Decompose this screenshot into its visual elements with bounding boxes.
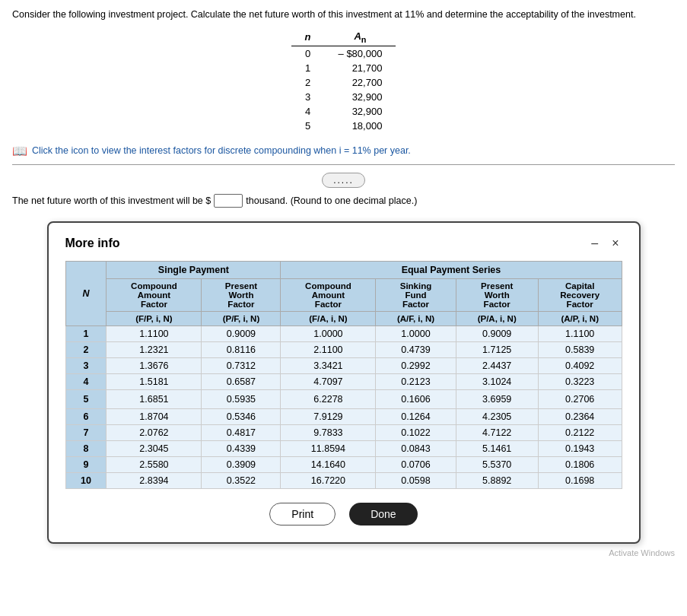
nfw-input[interactable] <box>214 194 243 208</box>
investment-row: 432,900 <box>291 104 396 119</box>
col-fa-label: CompoundAmountFactor <box>281 278 376 311</box>
cell-pa: 5.8892 <box>456 472 538 488</box>
investment-row: 121,700 <box>291 61 396 75</box>
cell-fa: 2.1100 <box>281 341 376 357</box>
cell-ap: 0.2122 <box>538 424 622 440</box>
col-af-sub: (A/F, i, N) <box>376 311 456 325</box>
cell-fp: 1.3676 <box>107 357 202 373</box>
cell-n: 8 <box>65 440 107 456</box>
col-af-label: SinkingFundFactor <box>376 278 456 311</box>
inv-a: 32,900 <box>325 90 396 104</box>
cell-af: 0.2123 <box>376 373 456 389</box>
investment-table-wrap: n An 0– $80,000121,700222,700332,900432,… <box>12 29 675 133</box>
cell-pa: 3.1024 <box>456 373 538 389</box>
cell-af: 0.1022 <box>376 424 456 440</box>
equal-payment-header: Equal Payment Series <box>281 261 622 278</box>
cell-ap: 0.5839 <box>538 341 622 357</box>
cell-n: 7 <box>65 424 107 440</box>
col-pf-sub: (P/F, i, N) <box>202 311 281 325</box>
inv-a: 22,700 <box>325 75 396 90</box>
cell-af: 0.1264 <box>376 408 456 424</box>
cell-n: 3 <box>65 357 107 373</box>
table-row: 6 1.8704 0.5346 7.9129 0.1264 4.2305 0.2… <box>65 408 622 424</box>
modal-overlay: More info – × N Single Payment Equal Pay… <box>47 221 641 544</box>
cell-n: 10 <box>65 472 107 488</box>
table-row: 9 2.5580 0.3909 14.1640 0.0706 5.5370 0.… <box>65 456 622 472</box>
col-n-header: N <box>65 261 107 325</box>
table-row: 7 2.0762 0.4817 9.7833 0.1022 4.7122 0.2… <box>65 424 622 440</box>
col-pa-sub: (P/A, i, N) <box>456 311 538 325</box>
cell-fa: 4.7097 <box>281 373 376 389</box>
cell-ap: 0.2364 <box>538 408 622 424</box>
inv-n: 4 <box>291 104 325 119</box>
table-row: 10 2.8394 0.3522 16.7220 0.0598 5.8892 0… <box>65 472 622 488</box>
col-ap-sub: (A/P, i, N) <box>538 311 622 325</box>
modal-box: More info – × N Single Payment Equal Pay… <box>47 221 641 544</box>
table-row: 8 2.3045 0.4339 11.8594 0.0843 5.1461 0.… <box>65 440 622 456</box>
col-fa-sub: (F/A, i, N) <box>281 311 376 325</box>
cell-pa: 4.7122 <box>456 424 538 440</box>
cell-pf: 0.7312 <box>202 357 281 373</box>
cell-pf: 0.3522 <box>202 472 281 488</box>
cell-pa: 0.9009 <box>456 325 538 341</box>
print-button[interactable]: Print <box>269 503 336 526</box>
intro-text: Consider the following investment projec… <box>12 9 675 20</box>
dots-row[interactable]: ..... <box>12 173 675 188</box>
click-icon-row: 📖 Click the icon to view the interest fa… <box>12 144 675 158</box>
book-icon: 📖 <box>12 144 27 158</box>
cell-pa: 4.2305 <box>456 408 538 424</box>
modal-actions: Print Done <box>65 503 622 526</box>
nfw-text-after: thousand. (Round to one decimal place.) <box>246 195 417 206</box>
cell-fp: 1.2321 <box>107 341 202 357</box>
modal-title: More info <box>65 237 120 250</box>
inv-n: 2 <box>291 75 325 90</box>
col-pf-label: PresentWorthFactor <box>202 278 281 311</box>
cell-fp: 2.5580 <box>107 456 202 472</box>
cell-fa: 11.8594 <box>281 440 376 456</box>
modal-titlebar: More info – × <box>65 237 622 250</box>
cell-af: 0.0843 <box>376 440 456 456</box>
table-row: 5 1.6851 0.5935 6.2278 0.1606 3.6959 0.2… <box>65 389 622 408</box>
minimize-button[interactable]: – <box>588 237 601 250</box>
cell-ap: 0.2706 <box>538 389 622 408</box>
click-icon-text: Click the icon to view the interest fact… <box>32 145 411 156</box>
col-subheader-row2: (F/P, i, N) (P/F, i, N) (F/A, i, N) (A/F… <box>65 311 622 325</box>
cell-n: 2 <box>65 341 107 357</box>
inv-n: 5 <box>291 119 325 133</box>
done-button[interactable]: Done <box>349 503 417 526</box>
investment-row: 332,900 <box>291 90 396 104</box>
section-header-row: N Single Payment Equal Payment Series <box>65 261 622 278</box>
col-header-n: n <box>291 29 325 46</box>
investment-row: 518,000 <box>291 119 396 133</box>
investment-row: 0– $80,000 <box>291 46 396 61</box>
cell-ap: 1.1100 <box>538 325 622 341</box>
col-fp-label: CompoundAmountFactor <box>107 278 202 311</box>
cell-fp: 1.8704 <box>107 408 202 424</box>
cell-fa: 9.7833 <box>281 424 376 440</box>
cell-n: 1 <box>65 325 107 341</box>
cell-fp: 1.1100 <box>107 325 202 341</box>
close-button[interactable]: × <box>609 237 622 250</box>
cell-n: 5 <box>65 389 107 408</box>
cell-af: 0.1606 <box>376 389 456 408</box>
cell-fp: 1.5181 <box>107 373 202 389</box>
table-row: 3 1.3676 0.7312 3.3421 0.2992 2.4437 0.4… <box>65 357 622 373</box>
investment-row: 222,700 <box>291 75 396 90</box>
inv-a: 18,000 <box>325 119 396 133</box>
interest-table-wrap: N Single Payment Equal Payment Series Co… <box>65 261 622 489</box>
cell-fp: 2.8394 <box>107 472 202 488</box>
col-pa-label: PresentWorthFactor <box>456 278 538 311</box>
cell-af: 0.2992 <box>376 357 456 373</box>
cell-fp: 2.3045 <box>107 440 202 456</box>
cell-pf: 0.9009 <box>202 325 281 341</box>
divider <box>12 164 675 165</box>
inv-n: 0 <box>291 46 325 61</box>
activate-watermark: Activate Windows <box>12 548 675 557</box>
cell-ap: 0.1806 <box>538 456 622 472</box>
cell-af: 0.4739 <box>376 341 456 357</box>
inv-a: 32,900 <box>325 104 396 119</box>
dots-button[interactable]: ..... <box>322 173 365 188</box>
cell-pa: 2.4437 <box>456 357 538 373</box>
cell-fa: 16.7220 <box>281 472 376 488</box>
col-ap-label: CapitalRecoveryFactor <box>538 278 622 311</box>
